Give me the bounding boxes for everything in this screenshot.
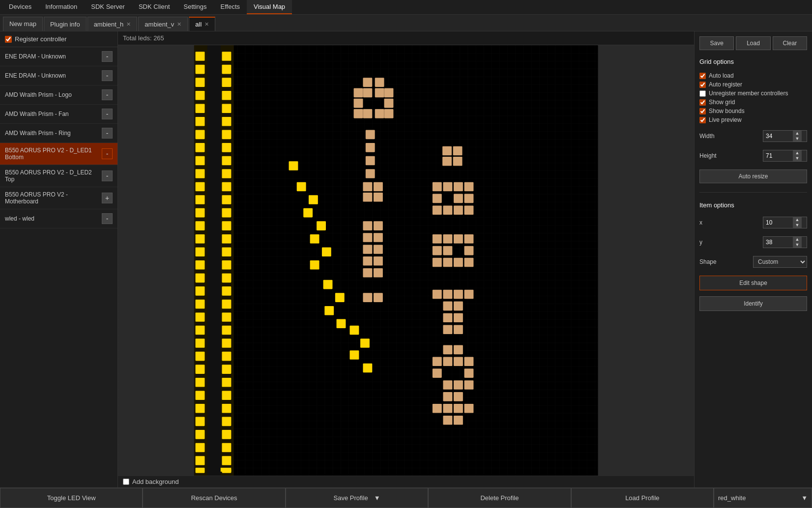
svg-rect-112 xyxy=(433,206,442,215)
save-button[interactable]: Save xyxy=(699,36,734,50)
menu-effects[interactable]: Effects xyxy=(214,0,247,14)
svg-rect-164 xyxy=(443,392,452,401)
svg-rect-31 xyxy=(196,404,205,413)
svg-rect-47 xyxy=(222,169,231,178)
svg-rect-22 xyxy=(196,286,205,296)
tab-new-map[interactable]: New map xyxy=(3,17,43,31)
y-field-row: y ▲ ▼ xyxy=(699,236,807,248)
toggle-led-view-button[interactable]: Toggle LED View xyxy=(0,488,143,508)
height-input[interactable] xyxy=(763,151,793,161)
device-row-0[interactable]: ENE DRAM - Unknown- xyxy=(0,47,117,66)
menu-settings[interactable]: Settings xyxy=(177,0,214,14)
x-input[interactable] xyxy=(763,218,793,227)
device-btn-7[interactable]: + xyxy=(102,193,113,203)
width-down-btn[interactable]: ▼ xyxy=(793,136,802,141)
x-up-btn[interactable]: ▲ xyxy=(793,217,802,223)
height-up-btn[interactable]: ▲ xyxy=(793,150,802,156)
svg-rect-175 xyxy=(363,364,372,373)
tab-ambient-v[interactable]: ambient_v ✕ xyxy=(138,17,188,31)
load-profile-button[interactable]: Load Profile xyxy=(571,488,714,508)
svg-rect-125 xyxy=(374,268,383,278)
device-row-3[interactable]: AMD Wraith Prism - Fan- xyxy=(0,105,117,124)
add-background-checkbox[interactable] xyxy=(123,479,129,485)
width-up-btn[interactable]: ▲ xyxy=(793,131,802,136)
clear-button[interactable]: Clear xyxy=(773,36,807,50)
device-row-4[interactable]: AMD Wraith Prism - Ring- xyxy=(0,124,117,143)
shape-select[interactable]: Custom Rectangle Circle Ellipse xyxy=(753,256,807,268)
x-down-btn[interactable]: ▼ xyxy=(793,223,802,228)
svg-rect-124 xyxy=(363,268,372,278)
svg-rect-5 xyxy=(196,65,205,74)
device-btn-3[interactable]: - xyxy=(102,109,113,119)
height-down-btn[interactable]: ▼ xyxy=(793,156,802,161)
register-checkbox[interactable] xyxy=(5,36,12,43)
identify-button[interactable]: Identify xyxy=(699,296,807,311)
device-btn-5[interactable]: - xyxy=(102,148,113,159)
tab-close-ambient-v[interactable]: ✕ xyxy=(177,21,181,28)
option-checkbox-live_preview[interactable] xyxy=(699,117,706,123)
y-label: y xyxy=(699,239,702,246)
svg-rect-170 xyxy=(443,416,452,425)
menu-information[interactable]: Information xyxy=(38,0,84,14)
svg-rect-89 xyxy=(309,195,318,204)
svg-rect-44 xyxy=(222,130,231,140)
option-checkbox-auto_register[interactable] xyxy=(699,82,706,88)
device-row-1[interactable]: ENE DRAM - Unknown- xyxy=(0,66,117,85)
tab-close-all[interactable]: ✕ xyxy=(204,21,209,28)
svg-rect-168 xyxy=(454,404,463,413)
svg-rect-134 xyxy=(443,258,452,267)
svg-rect-166 xyxy=(433,404,442,413)
option-checkbox-show_grid[interactable] xyxy=(699,99,706,106)
menu-visual-map[interactable]: Visual Map xyxy=(247,0,292,14)
menu-sdk-client[interactable]: SDK Client xyxy=(132,0,177,14)
y-down-btn[interactable]: ▼ xyxy=(793,242,802,248)
svg-rect-51 xyxy=(222,221,231,230)
device-btn-8[interactable]: - xyxy=(102,213,113,224)
width-input-wrapper: ▲ ▼ xyxy=(763,130,807,142)
svg-rect-17 xyxy=(196,221,205,230)
canvas-container[interactable] xyxy=(118,45,694,476)
device-row-5[interactable]: B550 AORUS PRO V2 - D_LED1 Bottom- xyxy=(0,143,117,165)
load-button[interactable]: Load xyxy=(736,36,770,50)
width-input[interactable] xyxy=(763,131,793,141)
y-input[interactable] xyxy=(763,237,793,247)
device-row-7[interactable]: B550 AORUS PRO V2 - Motherboard+ xyxy=(0,187,117,209)
tab-plugin-info[interactable]: Plugin info xyxy=(44,17,87,31)
device-btn-6[interactable]: - xyxy=(102,170,113,181)
svg-rect-118 xyxy=(363,233,372,242)
device-btn-2[interactable]: - xyxy=(102,89,113,100)
option-checkbox-auto_load[interactable] xyxy=(699,73,706,79)
delete-profile-button[interactable]: Delete Profile xyxy=(428,488,571,508)
device-btn-0[interactable]: - xyxy=(102,51,113,62)
option-label-unregister: Unregister member controllers xyxy=(709,90,788,97)
svg-rect-41 xyxy=(222,91,231,100)
tab-ambient-h[interactable]: ambient_h ✕ xyxy=(87,17,138,31)
device-row-6[interactable]: B550 AORUS PRO V2 - D_LED2 Top- xyxy=(0,165,117,187)
svg-rect-122 xyxy=(363,256,372,266)
save-profile-button[interactable]: Save Profile ▼ xyxy=(286,488,428,508)
device-sidebar: Register controller ENE DRAM - Unknown-E… xyxy=(0,31,118,487)
device-list: ENE DRAM - Unknown-ENE DRAM - Unknown-AM… xyxy=(0,47,117,228)
menu-devices[interactable]: Devices xyxy=(2,0,38,14)
svg-rect-25 xyxy=(196,326,205,335)
option-checkbox-unregister[interactable] xyxy=(699,90,706,97)
tab-all[interactable]: all ✕ xyxy=(189,17,215,31)
edit-shape-button[interactable]: Edit shape xyxy=(699,276,807,290)
tab-close-ambient-h[interactable]: ✕ xyxy=(126,21,131,28)
svg-rect-30 xyxy=(196,391,205,400)
svg-rect-128 xyxy=(454,234,463,244)
option-checkbox-show_bounds[interactable] xyxy=(699,108,706,114)
y-up-btn[interactable]: ▲ xyxy=(793,237,802,242)
device-btn-4[interactable]: - xyxy=(102,128,113,139)
svg-rect-55 xyxy=(222,274,231,283)
auto-resize-button[interactable]: Auto resize xyxy=(699,169,807,183)
device-row-2[interactable]: AMD Wraith Prism - Logo- xyxy=(0,85,117,105)
profile-name-dropdown[interactable]: red_white ▼ xyxy=(714,488,812,508)
rescan-devices-button[interactable]: Rescan Devices xyxy=(143,488,285,508)
svg-rect-87 xyxy=(366,143,375,152)
svg-rect-65 xyxy=(222,404,231,413)
menu-sdk-server[interactable]: SDK Server xyxy=(84,0,132,14)
device-btn-1[interactable]: - xyxy=(102,70,113,81)
svg-rect-34 xyxy=(196,443,205,452)
device-row-8[interactable]: wled - wled- xyxy=(0,209,117,228)
